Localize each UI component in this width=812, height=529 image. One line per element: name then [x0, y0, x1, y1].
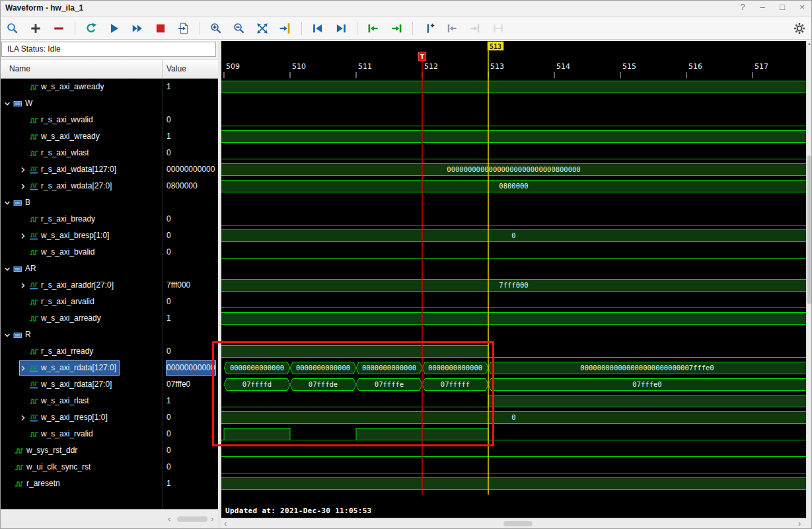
signal-name: w_s_axi_rdata[27:0]	[41, 378, 112, 391]
value-column-header: Value	[166, 64, 186, 73]
bus-value-label: 0000000000000	[296, 364, 350, 372]
zoom-in-button[interactable]	[209, 21, 223, 36]
signal-row[interactable]: w_s_axi_wready1	[0, 128, 218, 145]
group-row[interactable]: R	[0, 327, 218, 343]
maximize-button[interactable]: □	[778, 2, 787, 12]
add-marker-button[interactable]	[422, 21, 436, 36]
signal-row[interactable]: r_s_axi_rready0	[0, 343, 218, 360]
signal-row[interactable]: r_aresetn1	[0, 475, 218, 492]
column-divider[interactable]	[163, 60, 163, 78]
left-pane-hscrollbar[interactable]: ‹ ›	[0, 509, 218, 529]
collapse-arrow-icon[interactable]	[4, 332, 11, 339]
waveform-row: 07ffffd07fffde07ffffe07fffff07fffe0	[224, 379, 806, 391]
signal-row[interactable]: r_s_axi_bready0	[0, 211, 218, 227]
signal-name: r_s_axi_bready	[41, 212, 95, 226]
go-to-trigger-button[interactable]	[278, 21, 293, 36]
toolbar-separator	[412, 22, 413, 35]
signal-row[interactable]: r_s_axi_wdata[27:0]0800000	[0, 178, 218, 194]
bus-icon	[29, 364, 38, 372]
waveform-vscrollbar[interactable]: ▲	[806, 41, 812, 518]
signal-row[interactable]: r_s_axi_araddr[27:0]7fff000	[0, 277, 218, 294]
scroll-right-icon[interactable]: ›	[211, 514, 213, 524]
signal-value	[166, 328, 215, 342]
signal-row[interactable]: w_s_axi_bvalid0	[0, 244, 218, 261]
scroll-up-icon[interactable]: ▲	[807, 42, 812, 46]
signal-row[interactable]: r_s_axi_wvalid0	[0, 112, 218, 128]
scroll-right-icon[interactable]: ›	[798, 518, 801, 529]
expand-arrow-icon[interactable]	[20, 415, 26, 421]
zoom-out-button[interactable]	[232, 21, 246, 36]
previous-marker-button[interactable]	[445, 21, 459, 36]
vscroll-thumb[interactable]	[807, 155, 811, 304]
signal-name-cell: r_aresetn	[15, 477, 63, 491]
remove-probes-button[interactable]	[52, 21, 66, 36]
bus-icon	[29, 282, 38, 290]
collapse-arrow-icon[interactable]	[4, 101, 11, 107]
signal-row[interactable]: w_ui_clk_sync_rst0	[0, 459, 218, 475]
expand-arrow-icon[interactable]	[20, 365, 26, 372]
group-row[interactable]: AR	[0, 261, 218, 277]
svg-text:T: T	[420, 54, 425, 60]
expand-arrow-icon[interactable]	[20, 167, 26, 173]
signal-row[interactable]: r_s_axi_arvalid0	[0, 294, 218, 310]
expand-arrow-icon[interactable]	[20, 282, 26, 289]
hscroll-thumb[interactable]	[177, 516, 207, 522]
signal-name-cell: r_s_axi_rready	[29, 345, 96, 358]
group-row[interactable]: B	[0, 194, 218, 211]
stop-trigger-button[interactable]	[153, 21, 168, 36]
run-trigger-button[interactable]	[84, 21, 98, 36]
previous-transition-button[interactable]	[366, 21, 381, 36]
wave-icon	[29, 116, 38, 124]
next-transition-button[interactable]	[389, 21, 404, 36]
signal-row[interactable]: w_s_axi_rvalid0	[0, 426, 218, 442]
signal-name-cell: w_s_axi_awready	[29, 80, 106, 94]
ruler-label: 514	[556, 62, 570, 71]
signal-row[interactable]: w_s_axi_awready1	[0, 79, 218, 95]
signal-name: r_s_axi_wdata[27:0]	[41, 179, 112, 193]
next-marker-button[interactable]	[468, 21, 482, 36]
settings-button[interactable]	[792, 21, 807, 36]
signal-row[interactable]: r_s_axi_wlast0	[0, 145, 218, 161]
swap-markers-button[interactable]	[491, 21, 505, 36]
signal-row[interactable]: w_s_axi_rlast1	[0, 393, 218, 409]
scroll-left-icon[interactable]: ‹	[168, 514, 170, 524]
close-button[interactable]: ×	[797, 2, 807, 12]
hscroll-thumb[interactable]	[503, 521, 533, 526]
scroll-left-icon[interactable]: ‹	[224, 518, 227, 529]
find-button[interactable]	[5, 21, 20, 36]
export-ila-data-button[interactable]	[176, 21, 191, 36]
go-to-end-button[interactable]	[334, 21, 348, 36]
expand-arrow-icon[interactable]	[20, 183, 26, 190]
add-probes-button[interactable]	[28, 21, 43, 36]
minimize-button[interactable]: –	[758, 2, 767, 12]
zoom-fit-button[interactable]	[255, 21, 270, 36]
signal-name-cell: r_s_axi_arvalid	[29, 295, 97, 309]
signal-row[interactable]: w_s_axi_bresp[1:0]0	[0, 227, 218, 244]
signal-name: w_s_axi_awready	[41, 80, 104, 94]
group-icon	[13, 331, 22, 339]
signal-row[interactable]: w_sys_rst_ddr0	[0, 442, 218, 459]
signal-row[interactable]: r_s_axi_wdata[127:0]000000000000	[0, 161, 218, 178]
run-trigger-immediate-button[interactable]	[107, 21, 122, 36]
ruler-label: 515	[622, 62, 636, 71]
waveform-hscrollbar[interactable]: ‹ ›	[221, 518, 806, 529]
run-all-button[interactable]	[130, 21, 145, 36]
group-row[interactable]: W	[0, 95, 218, 112]
collapse-arrow-icon[interactable]	[4, 200, 11, 206]
bus-value-label: 0000000000000	[230, 364, 284, 372]
help-button[interactable]: ?	[738, 2, 747, 12]
waveform-canvas[interactable]: 5095105115125135145155165170000000000000…	[221, 41, 806, 495]
name-column-header: Name	[9, 64, 30, 73]
collapse-arrow-icon[interactable]	[4, 266, 11, 272]
main-cursor[interactable]: 513	[488, 42, 503, 495]
expand-arrow-icon[interactable]	[20, 233, 26, 239]
signal-value: 0	[166, 427, 215, 441]
signal-row[interactable]: w_s_axi_rdata[127:0]000000000000	[0, 360, 218, 376]
signal-row[interactable]: w_s_axi_rresp[1:0]0	[0, 409, 218, 426]
wave-icon	[29, 83, 38, 91]
signal-name: w_ui_clk_sync_rst	[26, 460, 91, 474]
signal-row[interactable]: w_s_axi_arready1	[0, 310, 218, 327]
signal-row[interactable]: w_s_axi_rdata[27:0]07fffe0	[0, 376, 218, 393]
go-to-start-button[interactable]	[311, 21, 325, 36]
signal-value: 07fffe0	[166, 378, 215, 391]
